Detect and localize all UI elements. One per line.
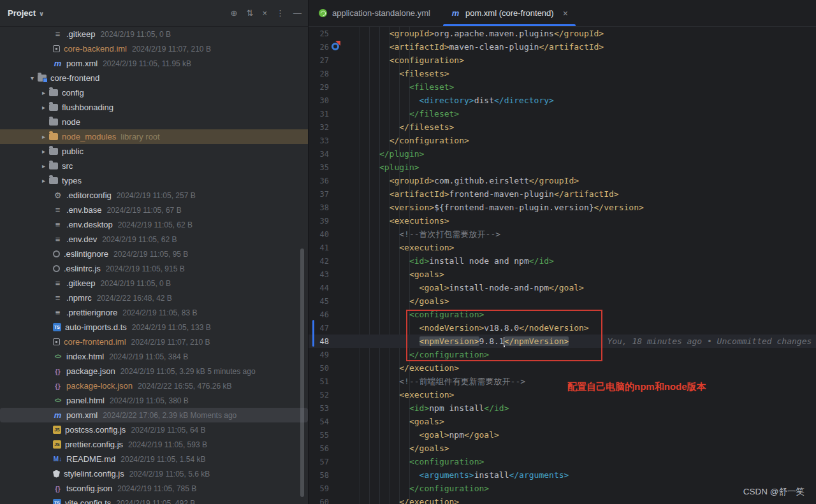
code-line-32[interactable]: 32 </filesets> [309, 120, 816, 134]
tree-item--env-base[interactable]: ≡.env.base2024/2/19 11:05, 67 B [0, 203, 308, 217]
tree-item-core-frontend-iml[interactable]: core-frontend.iml2024/2/19 11:07, 210 B [0, 335, 308, 349]
tree-item--env-desktop[interactable]: ≡.env.desktop2024/2/19 11:05, 62 B [0, 217, 308, 232]
tree-item--gitkeep[interactable]: ≡.gitkeep2024/2/19 11:05, 0 B [0, 276, 308, 291]
code-editor[interactable]: 25 <groupId>org.apache.maven.plugins</gr… [309, 27, 816, 504]
tree-item--env-dev[interactable]: ≡.env.dev2024/2/19 11:05, 62 B [0, 232, 308, 247]
tree-item-meta: 2024/2/19 11:07, 210 B [131, 338, 210, 347]
code-line-40[interactable]: 40 <!--首次打包需要放开--> [309, 227, 816, 241]
tree-item-types[interactable]: ▸types [0, 173, 308, 188]
tree-item-core-backend-iml[interactable]: core-backend.iml2024/2/19 11:07, 210 B [0, 41, 308, 56]
plugin-gutter-icon[interactable] [332, 43, 339, 50]
tree-item-config[interactable]: ▸config [0, 85, 308, 100]
more-options-icon[interactable]: ⋮ [276, 9, 284, 17]
tab-pom-xml[interactable]: m pom.xml (core-frontend) × [441, 0, 578, 26]
code-line-37[interactable]: 37 <artifactId>frontend-maven-plugin</ar… [309, 187, 816, 201]
code-line-41[interactable]: 41 <execution> [309, 241, 816, 254]
code-line-53[interactable]: 53 <id>npm install</id> [309, 401, 816, 415]
tree-item-flushbonading[interactable]: ▸flushbonading [0, 100, 308, 115]
tree-item-node[interactable]: node [0, 115, 308, 129]
editor-area: application-standalone.yml m pom.xml (co… [309, 0, 816, 504]
code-text: <goals> [349, 415, 444, 428]
code-text: <execution> [349, 241, 454, 254]
tree-item-prettier-config-js[interactable]: JSprettier.config.js2024/2/19 11:05, 593… [0, 437, 308, 452]
chevron-right-icon[interactable]: ▸ [38, 89, 49, 96]
tree-item-src[interactable]: ▸src [0, 159, 308, 173]
code-line-50[interactable]: 50 </execution> [309, 361, 816, 375]
code-line-27[interactable]: 27 <configuration> [309, 54, 816, 67]
code-line-28[interactable]: 28 <filesets> [309, 67, 816, 80]
chevron-down-icon[interactable]: ▾ [27, 75, 38, 82]
line-number: 50 [309, 364, 329, 373]
code-line-55[interactable]: 55 <goal>npm</goal> [309, 428, 816, 442]
hide-panel-icon[interactable]: — [293, 9, 302, 17]
tree-item-pom-xml[interactable]: mpom.xml2024/2/22 17:06, 2.39 kB Moments… [0, 408, 308, 422]
code-line-30[interactable]: 30 <directory>dist</directory> [309, 94, 816, 107]
code-line-51[interactable]: 51 <!--前端组件有更新需要放开--> [309, 375, 816, 388]
code-text: </fileset> [349, 107, 459, 120]
tree-item-public[interactable]: ▸public [0, 144, 308, 159]
tree-item-postcss-config-js[interactable]: JSpostcss.config.js2024/2/19 11:05, 64 B [0, 422, 308, 437]
code-text: <goal>install-node-and-npm</goal> [349, 281, 584, 294]
code-line-44[interactable]: 44 <goal>install-node-and-npm</goal> [309, 281, 816, 294]
chevron-right-icon[interactable]: ▸ [38, 133, 49, 140]
chevron-right-icon[interactable]: ▸ [38, 104, 49, 111]
code-line-59[interactable]: 59 </configuration> [309, 482, 816, 495]
code-line-34[interactable]: 34 </plugin> [309, 147, 816, 161]
code-line-57[interactable]: 57 <configuration> [309, 455, 816, 468]
line-number: 55 [309, 431, 329, 440]
tree-item-readme-md[interactable]: M↓README.md2024/2/19 11:05, 1.54 kB [0, 452, 308, 466]
tree-item-meta: 2024/2/19 11:05, 785 B [117, 484, 196, 493]
code-line-43[interactable]: 43 <goals> [309, 268, 816, 281]
tree-item--editorconfig[interactable]: ⚙.editorconfig2024/2/19 11:05, 257 B [0, 188, 308, 203]
code-line-33[interactable]: 33 </configuration> [309, 134, 816, 147]
code-lines: 25 <groupId>org.apache.maven.plugins</gr… [309, 27, 816, 504]
code-line-29[interactable]: 29 <fileset> [309, 80, 816, 94]
chevron-right-icon[interactable]: ▸ [38, 148, 49, 155]
line-number: 53 [309, 404, 329, 413]
project-dropdown[interactable]: Project∨ [8, 8, 44, 18]
code-line-56[interactable]: 56 </goals> [309, 442, 816, 455]
tree-item-pom-xml[interactable]: mpom.xml2024/2/19 11:05, 11.95 kB [0, 56, 308, 71]
tree-item-meta: 2024/2/19 11:05, 3.29 kB 5 minutes ago [120, 367, 256, 376]
tree-item--eslintrc-js[interactable]: .eslintrc.js2024/2/19 11:05, 915 B [0, 261, 308, 276]
code-line-38[interactable]: 38 <version>${frontend-maven-plugin.vers… [309, 201, 816, 214]
line-number: 45 [309, 297, 329, 306]
expand-collapse-icon[interactable]: ⇅ [247, 9, 254, 17]
tree-item-package-json[interactable]: {}package.json2024/2/19 11:05, 3.29 kB 5… [0, 364, 308, 378]
close-tab-icon[interactable]: × [563, 8, 568, 18]
tree-item-vite-config-ts[interactable]: TSvite.config.ts2024/2/19 11:05, 492 B [0, 496, 308, 504]
code-line-26[interactable]: 26 <artifactId>maven-clean-plugin</artif… [309, 40, 816, 54]
chevron-right-icon[interactable]: ▸ [38, 162, 49, 169]
code-line-31[interactable]: 31 </fileset> [309, 107, 816, 120]
tree-item-panel-html[interactable]: <>panel.html2024/2/19 11:05, 380 B [0, 393, 308, 408]
code-line-35[interactable]: 35 <plugin> [309, 161, 816, 174]
tree-item--prettierignore[interactable]: ≡.prettierignore2024/2/19 11:05, 83 B [0, 305, 308, 320]
code-line-25[interactable]: 25 <groupId>org.apache.maven.plugins</gr… [309, 27, 816, 40]
tree-item-auto-imports-d-ts[interactable]: TSauto-imports.d.ts2024/2/19 11:05, 133 … [0, 320, 308, 335]
tree-item--gitkeep[interactable]: ≡.gitkeep2024/2/19 11:05, 0 B [0, 27, 308, 41]
js-icon: JS [53, 440, 61, 449]
tree-item--npmrc[interactable]: ≡.npmrc2024/2/22 16:48, 42 B [0, 291, 308, 305]
code-line-52[interactable]: 52 <execution> [309, 388, 816, 401]
code-line-39[interactable]: 39 <executions> [309, 214, 816, 227]
tree-item-core-frontend[interactable]: ▾core-frontend [0, 71, 308, 85]
code-line-36[interactable]: 36 <groupId>com.github.eirslett</groupId… [309, 174, 816, 187]
tree-item-index-html[interactable]: <>index.html2024/2/19 11:05, 384 B [0, 349, 308, 364]
code-line-45[interactable]: 45 </goals> [309, 294, 816, 308]
code-line-54[interactable]: 54 <goals> [309, 415, 816, 428]
code-line-42[interactable]: 42 <id>install node and npm</id> [309, 254, 816, 268]
tab-application-standalone-yml[interactable]: application-standalone.yml [309, 0, 441, 26]
collapse-all-icon[interactable]: × [262, 9, 267, 17]
tree-item--eslintignore[interactable]: .eslintignore2024/2/19 11:05, 95 B [0, 247, 308, 261]
tree-item-tsconfig-json[interactable]: {}tsconfig.json2024/2/19 11:05, 785 B [0, 481, 308, 496]
tree-item-label: prettier.config.js [65, 440, 123, 449]
code-line-58[interactable]: 58 <arguments>install</arguments> [309, 468, 816, 482]
code-line-60[interactable]: 60 </execution> [309, 495, 816, 504]
tree-item-node-modules[interactable]: ▸node_moduleslibrary root [0, 129, 308, 144]
locate-icon[interactable]: ⊕ [231, 9, 238, 17]
chevron-right-icon[interactable]: ▸ [38, 177, 49, 184]
tree-item-stylelint-config-js[interactable]: stylelint.config.js2024/2/19 11:05, 5.6 … [0, 466, 308, 481]
tree-item-package-lock-json[interactable]: {}package-lock.json2024/2/22 16:55, 476.… [0, 378, 308, 393]
project-scrollbar[interactable] [300, 248, 304, 497]
gutter-change-marker[interactable] [312, 320, 314, 347]
